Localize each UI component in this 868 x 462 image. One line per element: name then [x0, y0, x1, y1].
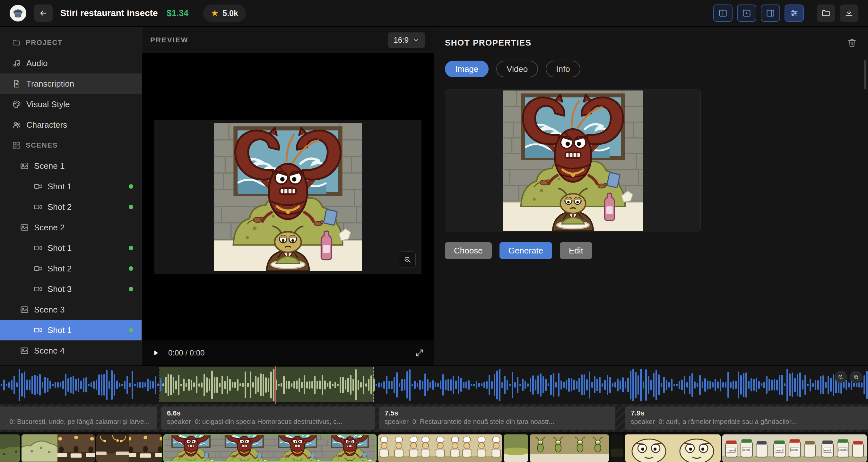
- waveform-bar: [663, 377, 665, 393]
- timeline-zoom-out-button[interactable]: [835, 371, 847, 383]
- star-icon: ★: [211, 9, 219, 18]
- preview-zoom-button[interactable]: [399, 251, 416, 268]
- filmstrip-clip[interactable]: [504, 434, 528, 462]
- playhead[interactable]: [275, 366, 276, 404]
- play-button[interactable]: [152, 349, 160, 357]
- tab-video[interactable]: Video: [496, 61, 538, 77]
- topbar: Stiri restaurant insecte $1.34 ★ 5.0k: [0, 0, 868, 27]
- svg-text:rețetă: rețetă: [824, 449, 831, 452]
- sidebar-item-scene-4[interactable]: Scene 4: [0, 340, 142, 361]
- files-button[interactable]: [817, 4, 835, 22]
- export-button[interactable]: [840, 4, 858, 22]
- sidebar-item-scene-3[interactable]: Scene 3: [0, 299, 142, 320]
- waveform-bar: [98, 374, 100, 395]
- section-label: SCENES: [26, 141, 58, 150]
- edit-button[interactable]: Edit: [560, 242, 592, 259]
- waveform-bar: [478, 383, 480, 387]
- fullscreen-button[interactable]: [415, 349, 424, 357]
- shot-image-actions: Choose Generate Edit: [445, 242, 857, 259]
- waveform-bar: [72, 376, 74, 394]
- waveform-bar: [694, 382, 695, 389]
- waveform-bar: [114, 374, 115, 396]
- magnifier-plus-icon: [853, 374, 859, 380]
- waveform-bar: [106, 370, 107, 400]
- filmstrip-clip[interactable]: [530, 434, 609, 462]
- back-button[interactable]: [34, 4, 53, 22]
- sidebar-item-scene-1[interactable]: Scene 1: [0, 156, 142, 176]
- transcript-segment[interactable]: 7.9s speaker_0: aurii, a râmelor imperia…: [625, 406, 868, 430]
- waveform-bar: [437, 383, 439, 387]
- waveform-bar: [126, 376, 128, 394]
- choose-button[interactable]: Choose: [445, 242, 492, 259]
- generate-button[interactable]: Generate: [499, 242, 552, 259]
- waveform-track[interactable]: [0, 365, 868, 404]
- delete-shot-button[interactable]: [847, 37, 857, 48]
- shot-preview-image: [214, 123, 362, 271]
- filmstrip-clip-selected[interactable]: [163, 434, 376, 462]
- waveform-bar: [401, 379, 403, 391]
- waveform-bar: [668, 382, 670, 388]
- waveform-bar: [799, 372, 801, 397]
- waveform-bar: [743, 373, 744, 397]
- waveform-bar: [373, 378, 375, 391]
- sidebar-item-transcription[interactable]: Transcription: [0, 73, 142, 94]
- sidebar-item-audio[interactable]: Audio: [0, 53, 142, 73]
- sidebar-item-visual-style[interactable]: Visual Style: [0, 94, 142, 114]
- filmstrip-clip[interactable]: rețetă rețetă rețetă rețetă: [722, 434, 867, 462]
- layout-sidebar-button[interactable]: [761, 4, 780, 22]
- credits-pill[interactable]: ★ 5.0k: [203, 4, 246, 22]
- scrollbar-thumb[interactable]: [864, 60, 866, 90]
- transcript-segment[interactable]: _0: București, unde, pe lângă calamari ș…: [0, 406, 157, 430]
- sidebar-item-characters[interactable]: Characters: [0, 114, 142, 135]
- waveform-bar: [134, 384, 136, 386]
- shot-status-dot: [129, 246, 133, 250]
- sidebar-item-scene2-shot3[interactable]: Shot 3: [0, 279, 142, 299]
- sidebar-item-scene-2[interactable]: Scene 2: [0, 217, 142, 238]
- transcript-segment[interactable]: 6.6s speaker_0: ucigași din specia Homor…: [161, 406, 375, 430]
- filmstrip-clip[interactable]: [611, 434, 623, 462]
- sidebar-item-scene3-shot1[interactable]: Shot 1: [0, 320, 142, 340]
- waveform-bar: [750, 378, 752, 391]
- waveform-bar: [360, 382, 362, 388]
- waveform-bar: [406, 371, 408, 398]
- timeline-zoom-in-button[interactable]: [850, 371, 862, 383]
- waveform-bar: [42, 382, 43, 388]
- sidebar-item-scene2-shot2[interactable]: Shot 2: [0, 258, 142, 279]
- aspect-ratio-select[interactable]: 16:9: [388, 32, 425, 48]
- shot-image-container[interactable]: [445, 90, 701, 232]
- chevron-down-icon: [412, 37, 420, 44]
- app-logo-icon[interactable]: [10, 5, 26, 22]
- layout-player-button[interactable]: [737, 4, 756, 22]
- tab-info[interactable]: Info: [546, 61, 580, 77]
- waveform-bar: [442, 374, 444, 396]
- layout-columns-button[interactable]: [713, 4, 733, 22]
- sidebar-item-scene2-shot1[interactable]: Shot 1: [0, 238, 142, 258]
- scene-label: Scene 2: [34, 223, 64, 233]
- transcript-segment[interactable]: 7.5s speaker_0: Restaurantele de nouă st…: [379, 406, 615, 430]
- layout-mixer-button[interactable]: [784, 4, 804, 22]
- tab-image[interactable]: Image: [445, 61, 489, 77]
- shot-label: Shot 2: [48, 264, 71, 274]
- waveform-bar: [152, 381, 154, 389]
- filmstrip-clip[interactable]: [378, 434, 502, 462]
- waveform-bar: [389, 381, 390, 389]
- waveform-bar: [455, 381, 457, 389]
- filmstrip-clip[interactable]: [625, 434, 721, 462]
- waveform-bar: [635, 372, 637, 398]
- waveform-bar: [286, 381, 287, 389]
- panel-play-icon: [742, 9, 751, 18]
- waveform-bar: [227, 376, 228, 394]
- waveform-bar: [738, 371, 739, 398]
- image-icon: [20, 346, 29, 355]
- waveform-bar: [584, 374, 585, 395]
- playback-time: 0:00 / 0:00: [168, 349, 205, 357]
- waveform-bar: [699, 375, 701, 395]
- filmstrip-clip[interactable]: [96, 434, 162, 462]
- waveform-bar: [145, 383, 146, 387]
- filmstrip-clip[interactable]: [22, 434, 95, 462]
- sidebar-item-scene1-shot1[interactable]: Shot 1: [0, 176, 142, 197]
- filmstrip-clip[interactable]: [0, 434, 20, 462]
- sidebar-item-scene1-shot2[interactable]: Shot 2: [0, 197, 142, 217]
- video-camera-icon: [33, 264, 42, 273]
- waveform-bar: [350, 375, 351, 395]
